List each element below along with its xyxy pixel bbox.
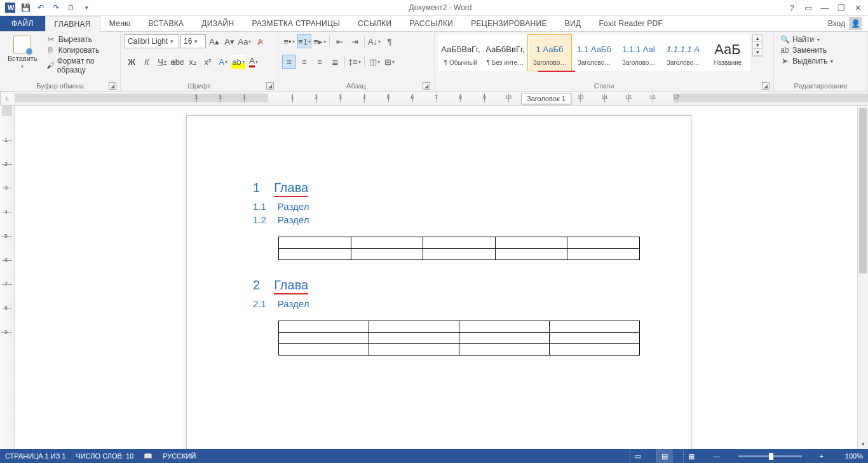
status-proof-icon[interactable]: 📖 <box>144 452 153 460</box>
zoom-out-button[interactable]: — <box>710 452 724 460</box>
ruler-horizontal[interactable]: 3211234567891011121314151617 <box>15 92 868 106</box>
new-doc-icon[interactable]: 🗋 <box>64 0 79 15</box>
brush-icon: 🖌 <box>46 61 54 70</box>
minimize-button[interactable]: — <box>817 1 832 15</box>
login-link[interactable]: Вход👤 <box>822 16 868 31</box>
table-2[interactable] <box>278 321 640 356</box>
save-icon[interactable]: 💾 <box>18 0 33 15</box>
highlight-button[interactable]: ab <box>231 55 245 69</box>
justify-button[interactable]: ≣ <box>328 55 342 69</box>
numbering-button[interactable]: ≡1 <box>297 34 311 48</box>
shading-button[interactable]: ◫ <box>367 55 381 69</box>
scroll-thumb[interactable] <box>859 108 867 273</box>
clear-format-button[interactable]: A̷ <box>253 34 267 48</box>
tab-file[interactable]: ФАЙЛ <box>0 16 45 31</box>
h2-text[interactable]: Раздел <box>278 298 309 309</box>
redo-icon[interactable]: ↷ <box>48 0 64 15</box>
undo-icon[interactable]: ↶ <box>33 0 48 15</box>
ruler-corner[interactable]: L <box>0 92 15 106</box>
align-center-button[interactable]: ≡ <box>297 55 311 69</box>
h1-text[interactable]: Глава <box>274 181 308 197</box>
style-item-3[interactable]: 1.1 АаБбЗаголово… <box>572 34 616 71</box>
show-marks-button[interactable]: ¶ <box>383 34 397 48</box>
font-color-button[interactable]: A <box>247 55 261 69</box>
tab-home[interactable]: ГЛАВНАЯ <box>45 16 100 32</box>
sort-button[interactable]: A↓ <box>367 34 381 48</box>
h2-num: 2.1 <box>253 298 266 309</box>
change-case-button[interactable]: Aa <box>238 34 252 48</box>
tab-references[interactable]: ССЫЛКИ <box>349 16 400 31</box>
style-item-2[interactable]: 1 АаБбЗаголово… <box>527 34 572 71</box>
vertical-scrollbar[interactable]: ▴ ▾ <box>857 106 868 449</box>
restore-button[interactable]: ❐ <box>834 1 849 15</box>
h2-text[interactable]: Раздел <box>278 214 309 225</box>
zoom-in-button[interactable]: + <box>816 452 827 460</box>
styles-launcher[interactable]: ◢ <box>762 82 770 90</box>
ruler-vertical[interactable]: 123456789 <box>0 106 15 449</box>
qat-customize-icon[interactable]: ▾ <box>79 0 94 15</box>
style-item-4[interactable]: 1.1.1 АаlЗаголово… <box>616 34 661 71</box>
font-label: Шрифт <box>187 82 210 90</box>
ribbon-options-button[interactable]: ▭ <box>801 1 816 15</box>
copy-button[interactable]: ⎘Копировать <box>44 45 116 55</box>
line-spacing-button[interactable]: ‡≡ <box>348 55 362 69</box>
tab-insert[interactable]: ВСТАВКА <box>139 16 193 31</box>
font-name-combo[interactable]: Calibri Light▾ <box>125 34 179 48</box>
tab-view[interactable]: ВИД <box>556 16 590 31</box>
status-lang[interactable]: РУССКИЙ <box>163 452 196 460</box>
bold-button[interactable]: Ж <box>125 55 139 69</box>
select-button[interactable]: ➤Выделить ▾ <box>778 56 836 66</box>
italic-button[interactable]: К <box>140 55 154 69</box>
subscript-button[interactable]: x₂ <box>186 55 200 69</box>
tab-menu[interactable]: Меню <box>100 16 140 31</box>
shrink-font-button[interactable]: A▾ <box>222 34 236 48</box>
view-web-button[interactable]: ▦ <box>683 449 700 463</box>
tab-mailings[interactable]: РАССЫЛКИ <box>400 16 462 31</box>
indent-button[interactable]: ⇥ <box>348 34 362 48</box>
style-item-1[interactable]: АаБбВвГг,¶ Без инте… <box>483 34 527 71</box>
paste-button[interactable]: Вставить ▾ <box>4 34 41 71</box>
multilevel-button[interactable]: ≡▸ <box>313 34 327 48</box>
align-right-button[interactable]: ≡ <box>313 55 327 69</box>
close-button[interactable]: ✕ <box>850 1 865 15</box>
outdent-button[interactable]: ⇤ <box>332 34 346 48</box>
help-button[interactable]: ? <box>784 1 799 15</box>
clipboard-launcher[interactable]: ◢ <box>109 82 116 90</box>
tab-design[interactable]: ДИЗАЙН <box>193 16 243 31</box>
window-title: Документ2 - Word <box>97 3 784 12</box>
superscript-button[interactable]: x² <box>201 55 215 69</box>
h1-text[interactable]: Глава <box>274 278 308 294</box>
bullets-button[interactable]: ≡• <box>282 34 296 48</box>
document-page[interactable]: 1Глава 1.1Раздел 1.2Раздел 2Глава 2.1Раз… <box>187 116 691 449</box>
zoom-level[interactable]: 100% <box>837 452 863 460</box>
zoom-slider[interactable] <box>738 455 802 457</box>
h2-text[interactable]: Раздел <box>278 201 309 212</box>
replace-button[interactable]: abЗаменить <box>778 45 836 55</box>
borders-button[interactable]: ⊞ <box>383 55 397 69</box>
style-item-6[interactable]: АаБНазвание <box>705 34 750 71</box>
status-page[interactable]: СТРАНИЦА 1 ИЗ 1 <box>5 452 66 460</box>
style-item-0[interactable]: АаБбВвГг,¶ Обычный <box>438 34 483 71</box>
grow-font-button[interactable]: A▴ <box>207 34 221 48</box>
para-launcher[interactable]: ◢ <box>423 82 430 90</box>
cut-button[interactable]: ✂Вырезать <box>44 34 116 45</box>
svg-text:W: W <box>8 4 15 11</box>
h2-num: 1.2 <box>253 214 266 225</box>
strike-button[interactable]: abc <box>170 55 184 69</box>
table-1[interactable] <box>278 237 640 260</box>
view-print-button[interactable]: ▤ <box>656 449 673 463</box>
status-words[interactable]: ЧИСЛО СЛОВ: 10 <box>76 452 134 460</box>
styles-scroll[interactable]: ▴▾▾ <box>752 34 763 57</box>
underline-button[interactable]: Ч <box>155 55 169 69</box>
style-item-5[interactable]: 1.1.1.1 АЗаголово… <box>661 34 705 71</box>
text-effects-button[interactable]: A <box>216 55 230 69</box>
find-button[interactable]: 🔍Найти ▾ <box>778 34 836 45</box>
tab-layout[interactable]: РАЗМЕТКА СТРАНИЦЫ <box>243 16 349 31</box>
view-read-button[interactable]: ▭ <box>630 449 646 463</box>
align-left-button[interactable]: ≡ <box>282 55 296 69</box>
tab-review[interactable]: РЕЦЕНЗИРОВАНИЕ <box>462 16 556 31</box>
font-size-combo[interactable]: 16▾ <box>180 34 206 48</box>
font-launcher[interactable]: ◢ <box>266 82 274 90</box>
tab-foxit[interactable]: Foxit Reader PDF <box>590 16 672 31</box>
format-painter-button[interactable]: 🖌Формат по образцу <box>44 56 116 75</box>
